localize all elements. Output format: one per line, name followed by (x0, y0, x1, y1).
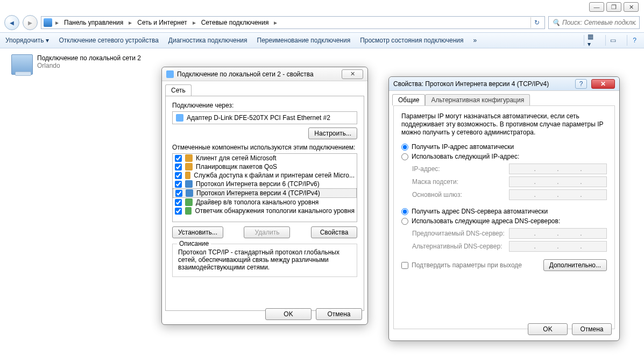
description-text: Протокол TCP/IP - стандартный протокол г… (178, 248, 351, 271)
chevron-down-icon: ▾ (46, 37, 49, 44)
configure-button[interactable]: Настроить... (308, 127, 357, 139)
radio-manual-ip-row[interactable]: Использовать следующий IP-адрес: (401, 153, 607, 160)
search-box[interactable]: 🔍 (548, 16, 640, 29)
dialog-title: Подключение по локальной сети 2 - свойст… (177, 70, 314, 78)
tab-panel: Подключение через: Адаптер D-Link DFE-52… (165, 96, 364, 311)
description-title: Описание (177, 240, 211, 247)
search-icon: 🔍 (552, 19, 560, 26)
radio-auto-ip-row[interactable]: Получить IP-адрес автоматически (401, 143, 607, 151)
intro-text: Параметры IP могут назначаться автоматич… (401, 112, 607, 137)
component-item[interactable]: Клиент для сетей Microsoft (173, 154, 357, 162)
install-button[interactable]: Установить... (172, 226, 223, 238)
radio-auto-ip-label: Получить IP-адрес автоматически (412, 143, 514, 151)
tab-strip: Общие Альтернативная конфигурация (389, 91, 619, 105)
network-connection-item[interactable]: Подключение по локальной сети 2 Orlando (9, 52, 148, 77)
radio-manual-dns-row[interactable]: Использовать следующие адреса DNS-сервер… (401, 217, 607, 225)
radio-manual-dns[interactable] (401, 218, 408, 225)
component-item[interactable]: Протокол Интернета версии 6 (TCP/IPv6) (173, 180, 357, 188)
components-label: Отмеченные компоненты используются этим … (172, 144, 357, 151)
component-label: Протокол Интернета версии 6 (TCP/IPv6) (196, 180, 320, 188)
component-checkbox[interactable] (175, 199, 182, 206)
help-button[interactable]: ? (627, 35, 639, 46)
client-icon (185, 154, 193, 162)
connection-properties-dialog: Подключение по локальной сети 2 - свойст… (161, 67, 368, 325)
tab-strip: Сеть (162, 81, 367, 96)
component-checkbox[interactable] (175, 155, 182, 162)
refresh-button[interactable]: ↻ (530, 17, 542, 28)
disable-device-button[interactable]: Отключение сетевого устройства (59, 37, 158, 44)
cancel-button[interactable]: Отмена (572, 323, 612, 335)
component-item[interactable]: Драйвер в/в тополога канального уровня (173, 198, 357, 207)
dialog-titlebar[interactable]: Свойства: Протокол Интернета версии 4 (T… (389, 77, 619, 91)
network-icon (166, 70, 174, 78)
help-button[interactable]: ? (575, 79, 587, 89)
adapter-name: Адаптер D-Link DFE-520TX PCI Fast Ethern… (187, 114, 330, 122)
components-list[interactable]: Клиент для сетей Microsoft Планировщик п… (172, 153, 357, 222)
tab-network[interactable]: Сеть (165, 84, 192, 96)
radio-auto-dns-row[interactable]: Получить адрес DNS-сервера автоматически (401, 208, 607, 215)
overflow-chevron[interactable]: » (473, 37, 477, 44)
dialog-close-button[interactable]: ✕ (342, 69, 363, 79)
close-button[interactable]: ✕ (624, 2, 639, 12)
ok-button[interactable]: OK (528, 323, 568, 335)
radio-auto-dns-label: Получить адрес DNS-сервера автоматически (412, 208, 548, 215)
back-button[interactable]: ◄ (4, 15, 19, 30)
diagnose-button[interactable]: Диагностика подключения (168, 37, 247, 44)
gateway-input: ... (509, 189, 607, 200)
alternate-dns-label: Альтернативный DNS-сервер: (412, 243, 509, 250)
preferred-dns-label: Предпочитаемый DNS-сервер: (412, 230, 509, 237)
radio-manual-ip[interactable] (401, 153, 408, 160)
component-label: Служба доступа к файлам и принтерам сете… (194, 172, 355, 179)
status-button[interactable]: Просмотр состояния подключения (360, 37, 463, 44)
breadcrumb-item[interactable]: Сетевые подключения (199, 18, 271, 27)
component-label: Протокол Интернета версии 4 (TCP/IPv4) (196, 189, 320, 197)
component-checkbox[interactable] (175, 208, 182, 215)
advanced-button[interactable]: Дополнительно... (543, 259, 607, 271)
protocol-icon (185, 180, 193, 188)
preview-pane-button[interactable]: ▭ (605, 35, 617, 46)
properties-button[interactable]: Свойства (311, 226, 357, 238)
view-options-button[interactable]: ▦ ▾ (584, 35, 596, 46)
component-checkbox[interactable] (175, 172, 182, 179)
rename-button[interactable]: Переименование подключения (257, 37, 351, 44)
dialog-title: Свойства: Протокол Интернета версии 4 (T… (393, 80, 549, 88)
ok-button[interactable]: OK (265, 308, 312, 320)
component-item[interactable]: Планировщик пакетов QoS (173, 162, 357, 171)
component-label: Ответчик обнаружения топологии канальног… (195, 207, 355, 215)
component-checkbox[interactable] (175, 164, 182, 171)
component-item[interactable]: Ответчик обнаружения топологии канальног… (173, 207, 357, 215)
tab-alternative[interactable]: Альтернативная конфигурация (425, 94, 530, 105)
minimize-button[interactable]: — (589, 2, 604, 12)
connect-via-label: Подключение через: (172, 102, 357, 109)
confirm-on-exit-row[interactable]: Подтвердить параметры при выходе (401, 261, 522, 269)
ip-address-input: ... (509, 164, 607, 174)
ip-address-label: IP-адрес: (412, 165, 509, 173)
breadcrumb-item[interactable]: Сеть и Интернет (135, 18, 189, 27)
breadcrumb-item[interactable]: Панель управления (62, 18, 125, 27)
subnet-mask-input: ... (509, 176, 607, 187)
description-group: Описание Протокол TCP/IP - стандартный п… (172, 244, 357, 277)
search-input[interactable] (562, 19, 636, 26)
connection-subtext: Orlando (37, 62, 141, 69)
ipv4-properties-dialog: Свойства: Протокол Интернета версии 4 (T… (388, 76, 620, 341)
dialog-close-button[interactable]: ✕ (591, 79, 615, 89)
component-item[interactable]: Служба доступа к файлам и принтерам сете… (173, 171, 357, 180)
component-checkbox[interactable] (175, 190, 182, 197)
component-label: Планировщик пакетов QoS (196, 163, 277, 171)
breadcrumb-bar[interactable]: ▸ Панель управления ▸ Сеть и Интернет ▸ … (41, 16, 545, 29)
protocol-icon (186, 189, 193, 197)
service-icon (185, 172, 190, 179)
radio-auto-ip[interactable] (401, 144, 408, 151)
tab-general[interactable]: Общие (392, 94, 425, 105)
radio-auto-dns[interactable] (401, 208, 408, 215)
component-item-selected[interactable]: Протокол Интернета версии 4 (TCP/IPv4) (173, 188, 357, 198)
radio-manual-ip-label: Использовать следующий IP-адрес: (412, 153, 519, 160)
component-checkbox[interactable] (175, 181, 182, 188)
cancel-button[interactable]: Отмена (316, 308, 362, 320)
organize-menu[interactable]: Упорядочить ▾ (5, 37, 49, 44)
dialog-titlebar[interactable]: Подключение по локальной сети 2 - свойст… (162, 67, 367, 81)
maximize-button[interactable]: ❐ (606, 2, 621, 12)
confirm-on-exit-checkbox[interactable] (401, 262, 408, 269)
chevron-right-icon: ▸ (190, 19, 198, 26)
forward-button[interactable]: ► (23, 15, 38, 30)
